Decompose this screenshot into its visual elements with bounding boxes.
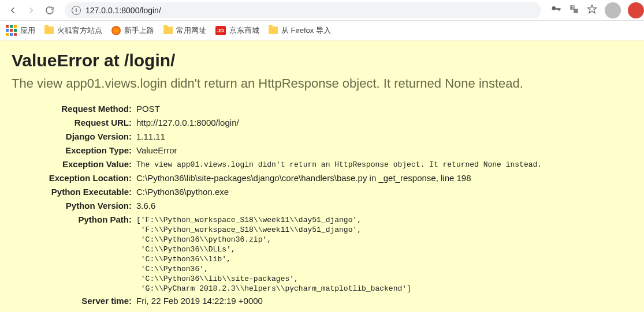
exception-value-value: The view app01.views.login didn't return… <box>136 158 542 171</box>
address-bar[interactable]: i 127.0.0.1:8000/login/ <box>65 2 541 18</box>
python-path-value: ['F:\\Python_workspace_S18\\week11\\day5… <box>136 213 542 294</box>
django-version-row: Django Version: 1.11.11 <box>12 130 542 143</box>
bookmark-label: 从 Firefox 导入 <box>281 25 331 36</box>
bookmark-jd[interactable]: JD 京东商城 <box>215 25 259 36</box>
bookmark-firefox-import[interactable]: 从 Firefox 导入 <box>269 25 331 36</box>
folder-icon <box>163 27 173 34</box>
exception-location-label: Exception Location: <box>12 172 136 185</box>
exception-location-value: C:\Python36\lib\site-packages\django\cor… <box>136 172 542 185</box>
exception-type-row: Exception Type: ValueError <box>12 144 542 157</box>
exception-type-value: ValueError <box>136 144 542 157</box>
password-key-icon[interactable] <box>550 3 562 17</box>
django-version-label: Django Version: <box>12 130 136 143</box>
bookmark-common-urls[interactable]: 常用网址 <box>163 25 206 36</box>
bookmark-label: 常用网址 <box>176 25 206 36</box>
python-path-row: Python Path: ['F:\\Python_workspace_S18\… <box>12 213 542 294</box>
jd-icon: JD <box>215 26 226 35</box>
bookmark-star-icon[interactable] <box>586 3 598 17</box>
extension-icon[interactable] <box>628 2 644 18</box>
python-executable-label: Python Executable: <box>12 186 136 198</box>
bookmark-label: 京东商城 <box>229 25 259 36</box>
python-path-label: Python Path: <box>12 213 136 294</box>
django-version-value: 1.11.11 <box>136 130 542 143</box>
request-url-row: Request URL: http://127.0.0.1:8000/login… <box>12 116 542 129</box>
reload-button[interactable] <box>42 2 58 18</box>
exception-location-row: Exception Location: C:\Python36\lib\site… <box>12 172 542 185</box>
back-button[interactable] <box>5 2 21 18</box>
server-time-label: Server time: <box>12 295 136 307</box>
apps-label: 应用 <box>20 25 35 36</box>
server-time-row: Server time: Fri, 22 Feb 2019 14:22:19 +… <box>12 295 542 307</box>
apps-grid-icon <box>6 25 17 36</box>
request-url-label: Request URL: <box>12 116 136 129</box>
folder-icon <box>269 27 278 34</box>
django-error-page: ValueError at /login/ The view app01.vie… <box>0 40 644 312</box>
bookmark-label: 火狐官方站点 <box>57 25 102 36</box>
request-method-row: Request Method: POST <box>12 103 542 115</box>
firefox-icon <box>111 26 121 35</box>
python-executable-value: C:\Python36\python.exe <box>136 186 542 198</box>
bookmark-label: 新手上路 <box>124 25 154 36</box>
server-time-value: Fri, 22 Feb 2019 14:22:19 +0000 <box>136 295 542 307</box>
python-version-row: Python Version: 3.6.6 <box>12 200 542 212</box>
bookmark-getting-started[interactable]: 新手上路 <box>111 25 154 36</box>
toolbar-right: 文 <box>548 2 639 18</box>
request-url-value: http://127.0.0.1:8000/login/ <box>136 116 542 129</box>
arrow-left-icon <box>8 5 18 16</box>
error-subtitle: The view app01.views.login didn't return… <box>12 76 632 91</box>
bookmark-firefox-official[interactable]: 火狐官方站点 <box>44 25 102 36</box>
arrow-right-icon <box>26 5 36 16</box>
python-executable-row: Python Executable: C:\Python36\python.ex… <box>12 186 542 198</box>
profile-avatar-icon[interactable] <box>605 2 621 18</box>
error-info-table: Request Method: POST Request URL: http:/… <box>12 102 542 309</box>
exception-value-row: Exception Value: The view app01.views.lo… <box>12 158 542 171</box>
python-version-value: 3.6.6 <box>136 200 542 212</box>
browser-toolbar: i 127.0.0.1:8000/login/ 文 <box>0 0 644 21</box>
forward-button[interactable] <box>23 2 39 18</box>
error-title: ValueError at /login/ <box>12 51 632 70</box>
exception-type-label: Exception Type: <box>12 144 136 157</box>
apps-button[interactable]: 应用 <box>6 25 35 36</box>
exception-value-label: Exception Value: <box>12 158 136 171</box>
request-method-value: POST <box>136 103 542 115</box>
url-text: 127.0.0.1:8000/login/ <box>85 6 161 15</box>
reload-icon <box>44 5 55 16</box>
bookmarks-bar: 应用 火狐官方站点 新手上路 常用网址 JD 京东商城 从 Firefox 导入 <box>0 21 644 40</box>
python-version-label: Python Version: <box>12 200 136 212</box>
svg-text:文: 文 <box>571 5 575 9</box>
translate-icon[interactable]: 文 <box>569 4 579 17</box>
info-icon: i <box>72 6 81 15</box>
folder-icon <box>44 27 54 34</box>
request-method-label: Request Method: <box>12 103 136 115</box>
